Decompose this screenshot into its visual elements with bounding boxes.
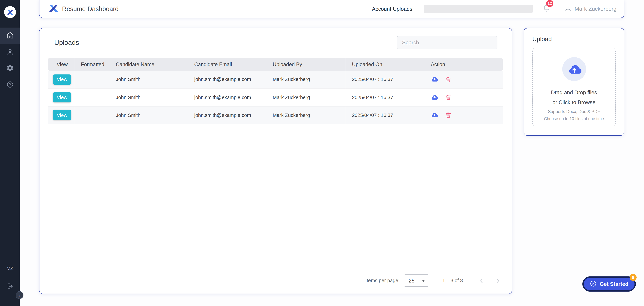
help-icon — [6, 80, 14, 90]
sidebar-item-home[interactable] — [0, 28, 20, 44]
get-started-label: Get Started — [600, 281, 628, 287]
candidate-name-cell: John Smith — [109, 71, 188, 88]
notification-count-badge: 12 — [546, 0, 553, 7]
app-root: MZ › Resume Dashboard Account Uploads 12 — [0, 0, 644, 306]
uploaded-by-cell: Mark Zuckerberg — [266, 106, 346, 124]
brand-x-icon — [49, 4, 58, 14]
sidebar-expand-toggle[interactable]: › — [16, 291, 24, 299]
uploaded-by-cell: Mark Zuckerberg — [266, 88, 346, 106]
column-candidate-email: Candidate Email — [188, 58, 266, 71]
uploads-card: Uploads View Formatted Candidate Name Ca… — [39, 28, 512, 294]
user-icon — [564, 4, 572, 14]
page-size-value: 25 — [409, 277, 414, 284]
candidate-email-cell: john.smith@example.com — [188, 106, 266, 124]
delete-icon[interactable] — [445, 111, 452, 119]
page-title: Resume Dashboard — [62, 5, 119, 13]
column-uploaded-by: Uploaded By — [266, 58, 346, 71]
sidebar-item-candidates[interactable] — [0, 44, 20, 60]
page-range-label: 1 – 3 of 3 — [442, 278, 463, 283]
cloud-upload-icon — [562, 57, 586, 83]
delete-icon[interactable] — [445, 76, 452, 83]
candidate-email-cell: john.smith@example.com — [188, 71, 266, 88]
dropzone-limit-label: Choose up to 10 files at one time — [544, 116, 604, 121]
sidebar-item-help[interactable] — [0, 77, 20, 93]
user-initials-avatar[interactable]: MZ — [0, 266, 20, 270]
chevron-right-icon: › — [496, 275, 499, 285]
dropzone-supports-label: Supports Docx, Doc & PDF — [548, 109, 600, 114]
upload-panel: Upload Drag and Drop files or Click to B… — [524, 28, 624, 136]
formatted-cell — [74, 106, 109, 124]
get-started-badge: 8 — [630, 274, 636, 281]
top-header: Resume Dashboard Account Uploads 12 Mark… — [39, 0, 624, 18]
prev-page-button[interactable]: ‹ — [476, 275, 486, 286]
table-row: View John Smith john.smith@example.com M… — [48, 71, 503, 88]
column-uploaded-on: Uploaded On — [346, 58, 424, 71]
uploads-table: View Formatted Candidate Name Candidate … — [48, 58, 503, 124]
column-action: Action — [424, 58, 503, 71]
uploads-title: Uploads — [54, 39, 79, 47]
column-view: View — [48, 58, 74, 71]
download-icon[interactable] — [431, 111, 438, 119]
chevron-down-icon — [422, 279, 425, 281]
get-started-button[interactable]: Get Started 8 — [582, 276, 636, 292]
next-page-button[interactable]: › — [493, 275, 503, 286]
user-name: Mark Zuckerberg — [574, 6, 616, 12]
download-icon[interactable] — [431, 76, 438, 83]
candidate-email-cell: john.smith@example.com — [188, 88, 266, 106]
pagination: Items per page: 25 1 – 3 of 3 ‹ › — [366, 274, 503, 287]
person-icon — [6, 48, 14, 57]
account-uploads-link[interactable]: Account Uploads — [372, 6, 412, 12]
brand-x-icon — [7, 9, 13, 15]
loading-placeholder — [424, 5, 533, 13]
sidebar: MZ › — [0, 0, 20, 306]
upload-panel-title: Upload — [532, 36, 624, 43]
sidebar-logo[interactable] — [4, 6, 16, 18]
user-menu[interactable]: Mark Zuckerberg — [564, 4, 616, 14]
table-row: View John Smith john.smith@example.com M… — [48, 106, 503, 124]
items-per-page-select[interactable]: 25 — [404, 274, 429, 286]
items-per-page-label: Items per page: — [366, 278, 400, 283]
view-button[interactable]: View — [53, 110, 71, 120]
download-icon[interactable] — [431, 94, 438, 101]
chevron-left-icon: ‹ — [480, 275, 483, 285]
dropzone-browse-label: or Click to Browse — [552, 99, 596, 105]
uploaded-on-cell: 2025/04/07 : 16:37 — [346, 71, 424, 88]
table-header-row: View Formatted Candidate Name Candidate … — [48, 58, 503, 71]
table-row: View John Smith john.smith@example.com M… — [48, 88, 503, 106]
notifications-button[interactable]: 12 — [542, 4, 550, 14]
uploads-card-head: Uploads — [40, 28, 512, 49]
candidate-name-cell: John Smith — [109, 88, 188, 106]
formatted-cell — [74, 71, 109, 88]
delete-icon[interactable] — [445, 94, 452, 101]
uploaded-on-cell: 2025/04/07 : 16:37 — [346, 88, 424, 106]
sidebar-nav — [0, 28, 20, 93]
dropzone-drag-label: Drag and Drop files — [551, 89, 597, 95]
check-circle-icon — [590, 280, 597, 288]
column-formatted: Formatted — [74, 58, 109, 71]
search-input[interactable] — [397, 36, 498, 49]
view-button[interactable]: View — [53, 92, 71, 102]
logout-icon — [6, 282, 14, 291]
uploaded-by-cell: Mark Zuckerberg — [266, 71, 346, 88]
formatted-cell — [74, 88, 109, 106]
column-candidate-name: Candidate Name — [109, 58, 188, 71]
uploaded-on-cell: 2025/04/07 : 16:37 — [346, 106, 424, 124]
view-button[interactable]: View — [53, 74, 71, 85]
candidate-name-cell: John Smith — [109, 106, 188, 124]
chevron-right-icon: › — [18, 292, 20, 298]
sidebar-item-settings[interactable] — [0, 60, 20, 77]
file-dropzone[interactable]: Drag and Drop files or Click to Browse S… — [532, 48, 616, 126]
home-icon — [6, 31, 14, 41]
gear-icon — [6, 64, 14, 73]
